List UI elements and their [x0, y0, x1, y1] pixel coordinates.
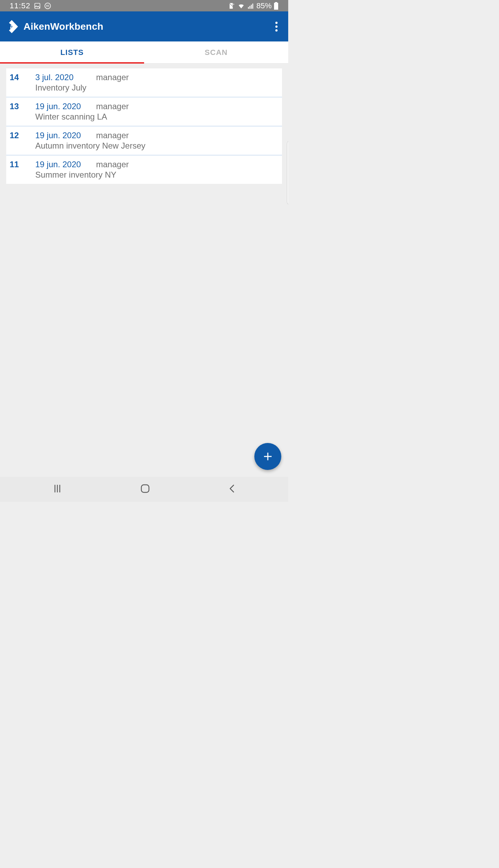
app-title: AikenWorkbench [23, 21, 103, 32]
tab-scan[interactable]: SCAN [144, 41, 288, 63]
content-area: 14 3 jul. 2020 manager Inventory July 13… [0, 64, 288, 477]
svg-rect-4 [249, 6, 251, 9]
svg-rect-6 [252, 3, 253, 9]
status-right: 85% [227, 1, 279, 10]
svg-rect-19 [141, 485, 149, 492]
list-item-date: 19 jun. 2020 [35, 101, 96, 111]
list-item-id: 11 [10, 159, 35, 169]
vibrate-mute-icon [227, 2, 235, 10]
svg-point-12 [275, 25, 277, 27]
list-item-date: 19 jun. 2020 [35, 159, 96, 169]
list-item-description: Inventory July [35, 83, 279, 93]
status-left: 11:52 85 [10, 1, 51, 10]
svg-point-11 [275, 21, 277, 23]
back-button[interactable] [218, 480, 246, 498]
status-bar: 11:52 85 85% [0, 0, 288, 11]
svg-point-13 [275, 29, 277, 31]
list-item-id: 14 [10, 72, 35, 82]
quota-badge-icon: 85 [44, 2, 51, 9]
home-button[interactable] [130, 480, 161, 499]
svg-text:85: 85 [46, 4, 49, 8]
list-item[interactable]: 12 19 jun. 2020 manager Autumn inventory… [6, 126, 282, 155]
add-list-fab[interactable] [254, 443, 281, 470]
scroll-handle[interactable] [287, 140, 288, 205]
list-item-owner: manager [96, 101, 279, 111]
svg-rect-5 [251, 4, 252, 9]
tab-lists-label: LISTS [60, 48, 84, 57]
system-nav-bar [0, 477, 288, 502]
status-time: 11:52 [10, 1, 30, 10]
list-item-date: 19 jun. 2020 [35, 130, 96, 140]
logo-chevron-icon: a [6, 18, 23, 35]
list-item-description: Autumn inventory New Jersey [35, 141, 279, 151]
list-item-owner: manager [96, 72, 279, 82]
battery-text: 85% [256, 1, 272, 10]
tab-lists[interactable]: LISTS [0, 41, 144, 63]
list-item-owner: manager [96, 130, 279, 140]
svg-rect-0 [35, 3, 40, 8]
wifi-icon [237, 2, 245, 10]
recent-icon [53, 484, 62, 493]
more-vert-icon [275, 21, 278, 32]
list-item-id: 12 [10, 130, 35, 140]
image-icon [34, 2, 41, 9]
list-item-owner: manager [96, 159, 279, 169]
list-item-id: 13 [10, 101, 35, 111]
list-item[interactable]: 11 19 jun. 2020 manager Summer inventory… [6, 155, 282, 184]
app-header: a AikenWorkbench [0, 11, 288, 41]
overflow-menu-button[interactable] [270, 18, 283, 35]
home-icon [140, 483, 150, 494]
svg-rect-7 [275, 2, 277, 3]
battery-icon [274, 2, 279, 10]
list-item-description: Winter scanning LA [35, 112, 279, 122]
list-item-date: 3 jul. 2020 [35, 72, 96, 82]
list-item-description: Summer inventory NY [35, 170, 279, 180]
back-icon [228, 484, 235, 493]
plus-icon [263, 451, 273, 462]
tab-bar: LISTS SCAN [0, 41, 288, 64]
list-item[interactable]: 14 3 jul. 2020 manager Inventory July [6, 68, 282, 97]
recent-apps-button[interactable] [43, 481, 72, 498]
list-item[interactable]: 13 19 jun. 2020 manager Winter scanning … [6, 97, 282, 126]
signal-icon [247, 2, 254, 9]
app-logo[interactable]: a AikenWorkbench [6, 18, 103, 35]
lists-container: 14 3 jul. 2020 manager Inventory July 13… [6, 68, 282, 184]
svg-rect-9 [274, 4, 278, 10]
tab-scan-label: SCAN [205, 48, 227, 57]
svg-rect-3 [248, 7, 249, 9]
svg-text:a: a [10, 23, 14, 30]
